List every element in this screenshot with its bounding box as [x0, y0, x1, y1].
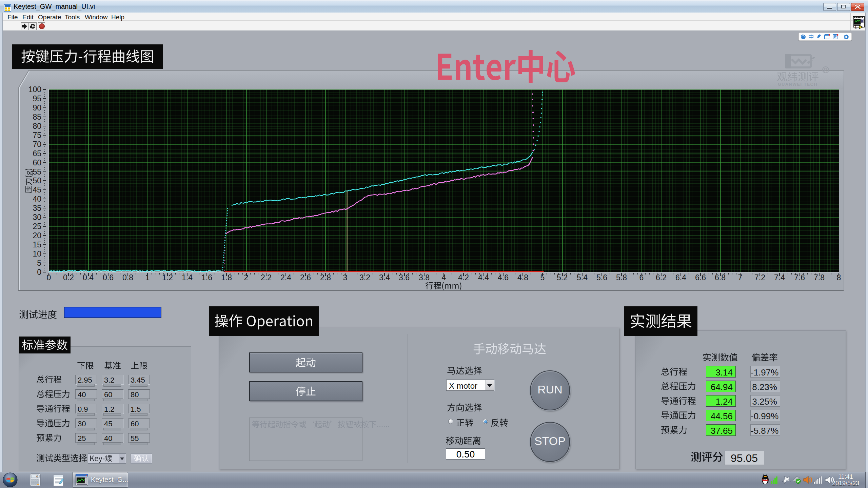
- svg-text:0: 0: [36, 475, 38, 478]
